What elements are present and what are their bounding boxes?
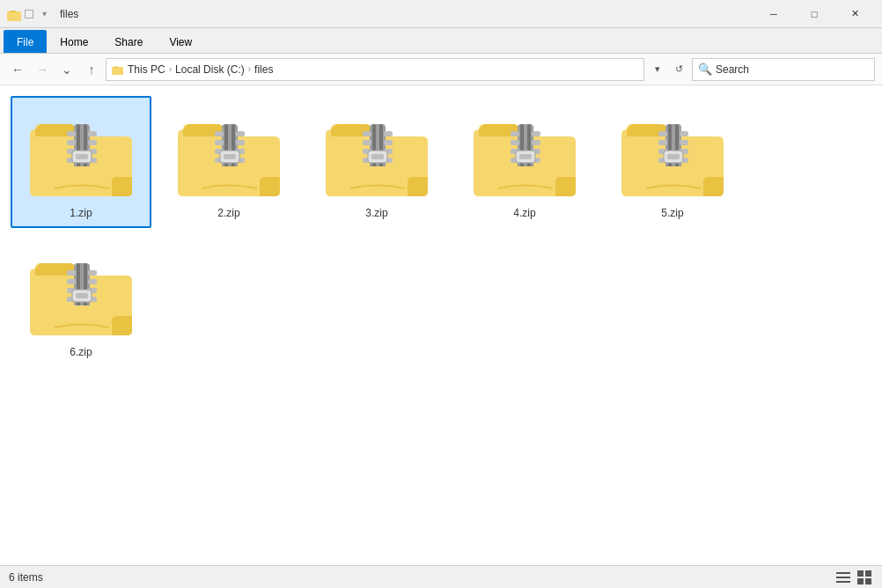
tab-home[interactable]: Home [47,30,101,53]
file-label-1: 1.zip [70,207,92,219]
svg-rect-33 [236,140,245,145]
svg-rect-25 [215,131,224,136]
forward-button[interactable]: → [32,59,53,80]
tab-file[interactable]: File [4,30,47,53]
svg-rect-123 [865,578,871,584]
svg-rect-44 [363,131,371,136]
svg-rect-71 [532,140,540,145]
svg-rect-14 [88,140,97,145]
file-item-6[interactable]: 6.zip [11,235,151,367]
svg-rect-90 [680,140,688,145]
svg-rect-70 [532,131,540,136]
address-dropdown-button[interactable]: ▾ [648,60,667,79]
zip-folder-icon [28,105,134,202]
main-content: 1.zip 2.zip [0,85,882,565]
tab-share[interactable]: Share [101,30,156,53]
svg-rect-121 [865,570,871,577]
svg-rect-64 [511,140,519,145]
file-label-3: 3.zip [365,207,387,219]
svg-rect-78 [519,154,532,159]
breadcrumb-files[interactable]: files [254,63,273,76]
svg-rect-116 [76,293,88,298]
file-item-5[interactable]: 5.zip [602,96,743,228]
sep-2: › [248,64,251,74]
file-item-2[interactable]: 2.zip [158,96,299,228]
zip-folder-icon [620,105,725,202]
blank-icon [25,10,33,18]
search-input[interactable] [716,63,869,76]
address-bar[interactable]: This PC › Local Disk (C:) › files [106,58,644,81]
title-bar: ▾ files ─ □ ✕ [0,0,882,28]
svg-rect-7 [67,140,76,145]
zip-folder-icon [28,244,134,341]
file-label-2: 2.zip [217,207,239,219]
svg-rect-97 [667,154,680,159]
recent-button[interactable]: ⌄ [56,59,77,80]
svg-rect-102 [67,279,76,284]
svg-rect-6 [67,131,76,136]
nav-bar: ← → ⌄ ↑ This PC › Local Disk (C:) › file… [0,54,882,85]
svg-rect-2 [112,67,123,75]
status-bar: 6 items [0,565,882,588]
svg-rect-26 [215,140,224,145]
folder-icon [112,63,124,76]
file-item-1[interactable]: 1.zip [11,96,151,228]
pin-icon: ▾ [37,7,51,21]
svg-rect-109 [88,279,97,284]
svg-rect-120 [857,570,864,577]
ribbon-tabs: File Home Share View [0,28,882,53]
sep-1: › [169,64,172,74]
breadcrumb-local-disk[interactable]: Local Disk (C:) [175,63,245,76]
svg-rect-122 [857,578,864,584]
file-label-5: 5.zip [661,207,683,219]
tab-view[interactable]: View [156,30,205,53]
zip-folder-icon [472,105,577,202]
view-controls [834,569,873,586]
zip-folder-icon [324,105,430,202]
close-button[interactable]: ✕ [834,0,875,28]
svg-rect-13 [88,131,97,136]
svg-rect-119 [836,581,850,583]
window-title: files [56,8,748,20]
search-icon: 🔍 [698,62,712,76]
svg-rect-45 [363,140,371,145]
zip-folder-icon [176,105,282,202]
svg-rect-83 [658,140,667,145]
svg-rect-1 [8,12,20,20]
svg-rect-108 [88,270,97,276]
svg-rect-32 [236,131,245,136]
svg-rect-40 [224,154,236,159]
svg-rect-82 [658,131,667,136]
up-button[interactable]: ↑ [81,59,102,80]
file-item-4[interactable]: 4.zip [454,96,595,228]
app-icon [7,7,21,21]
large-icons-view-button[interactable] [856,569,873,586]
svg-rect-59 [371,154,384,159]
svg-rect-118 [836,577,850,578]
svg-rect-89 [680,131,688,136]
title-controls: ─ □ ✕ [753,0,875,28]
back-button[interactable]: ← [7,59,28,80]
address-bar-controls: ▾ ↺ [648,60,688,79]
item-count: 6 items [9,571,43,584]
search-box[interactable]: 🔍 [692,58,875,81]
refresh-button[interactable]: ↺ [669,60,688,79]
svg-rect-51 [384,131,393,136]
breadcrumb-this-pc[interactable]: This PC [128,63,165,76]
minimize-button[interactable]: ─ [753,0,794,28]
file-label-4: 4.zip [513,207,535,219]
svg-rect-63 [511,131,519,136]
title-bar-icons: ▾ [7,7,51,21]
file-label-6: 6.zip [70,346,92,358]
details-view-button[interactable] [834,569,852,586]
svg-rect-21 [76,154,88,159]
svg-rect-52 [384,140,393,145]
svg-rect-101 [67,270,76,276]
ribbon: File Home Share View [0,28,882,54]
svg-rect-117 [836,572,850,574]
file-item-3[interactable]: 3.zip [306,96,447,228]
maximize-button[interactable]: □ [794,0,834,28]
